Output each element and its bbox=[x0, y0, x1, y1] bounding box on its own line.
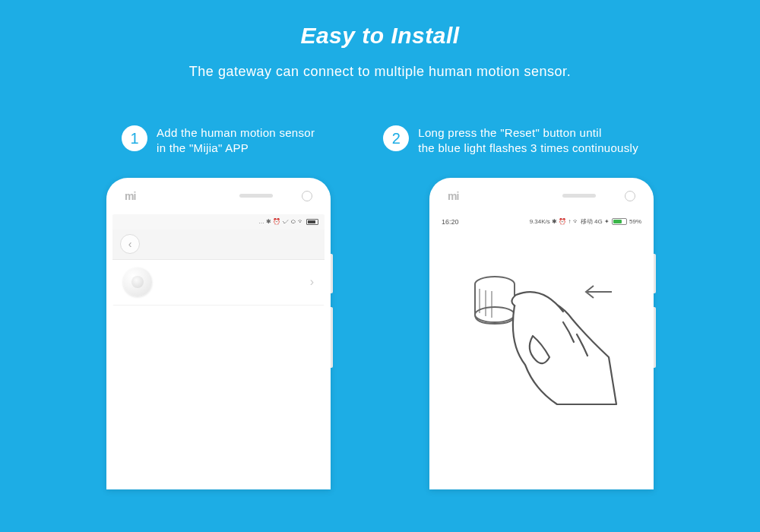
phone-bezel-top: mi bbox=[429, 178, 654, 214]
mi-logo: mi bbox=[125, 190, 135, 202]
steps-row: 1 Add the human motion sensor in the "Mi… bbox=[0, 125, 760, 157]
hand-press-icon bbox=[435, 230, 648, 442]
device-list-item[interactable]: › bbox=[112, 260, 325, 306]
battery-icon bbox=[306, 219, 318, 225]
phone-bezel-top: mi bbox=[106, 178, 331, 214]
status-bar: 16:20 9.34K/s ✱ ⏰ ↑ ᯤ 移动 4G ✦ 59% bbox=[435, 214, 648, 230]
step-1-line1: Add the human motion sensor bbox=[157, 126, 315, 139]
step-badge-1: 1 bbox=[122, 125, 147, 151]
step-1-line2: in the "Mijia" APP bbox=[157, 141, 249, 154]
page-subtitle: The gateway can connect to multiple huma… bbox=[0, 64, 760, 80]
back-chevron-icon: ‹ bbox=[128, 238, 132, 250]
chevron-right-icon: › bbox=[310, 275, 314, 289]
status-icons: … ✱ ⏰ ✓ ⬡ ᯤ bbox=[258, 218, 304, 225]
camera-icon bbox=[302, 191, 312, 201]
speaker-icon bbox=[239, 194, 273, 198]
nav-bar: ‹ bbox=[112, 230, 325, 260]
motion-sensor-icon bbox=[123, 268, 152, 296]
phone-hardware bbox=[239, 191, 312, 201]
step-text-1: Add the human motion sensor in the "Miji… bbox=[157, 125, 315, 157]
status-time: 16:20 bbox=[442, 218, 459, 226]
battery-icon bbox=[612, 218, 627, 225]
phone-hardware bbox=[562, 191, 635, 201]
phone-2-screen: 16:20 9.34K/s ✱ ⏰ ↑ ᯤ 移动 4G ✦ 59% bbox=[435, 214, 648, 442]
mi-logo: mi bbox=[448, 190, 458, 202]
step-text-2: Long press the "Reset" button until the … bbox=[418, 125, 638, 157]
reset-illustration: 28 bbox=[435, 230, 648, 442]
phones-row: mi … ✱ ⏰ ✓ ⬡ ᯤ ‹ › mi bbox=[0, 178, 760, 489]
step-1: 1 Add the human motion sensor in the "Mi… bbox=[122, 125, 315, 157]
phone-mockup-1: mi … ✱ ⏰ ✓ ⬡ ᯤ ‹ › bbox=[106, 178, 331, 489]
camera-icon bbox=[625, 191, 635, 201]
header: Easy to Install The gateway can connect … bbox=[0, 0, 760, 80]
step-2-line2: the blue light flashes 3 times continuou… bbox=[418, 141, 638, 154]
speaker-icon bbox=[562, 194, 596, 198]
battery-percent: 59% bbox=[629, 218, 641, 225]
status-meta: 9.34K/s ✱ ⏰ ↑ ᯤ 移动 4G ✦ bbox=[530, 217, 610, 226]
step-2: 2 Long press the "Reset" button until th… bbox=[383, 125, 638, 157]
step-badge-2: 2 bbox=[383, 125, 409, 151]
page-title: Easy to Install bbox=[0, 23, 760, 49]
status-right-cluster: 9.34K/s ✱ ⏰ ↑ ᯤ 移动 4G ✦ 59% bbox=[530, 217, 641, 226]
status-bar: … ✱ ⏰ ✓ ⬡ ᯤ bbox=[112, 214, 325, 230]
phone-mockup-2: mi 16:20 9.34K/s ✱ ⏰ ↑ ᯤ 移动 4G ✦ 59% bbox=[429, 178, 654, 489]
step-2-line1: Long press the "Reset" button until bbox=[418, 126, 601, 139]
svg-point-1 bbox=[475, 307, 515, 322]
back-button[interactable]: ‹ bbox=[120, 234, 140, 254]
phone-1-screen: … ✱ ⏰ ✓ ⬡ ᯤ ‹ › bbox=[112, 214, 325, 306]
